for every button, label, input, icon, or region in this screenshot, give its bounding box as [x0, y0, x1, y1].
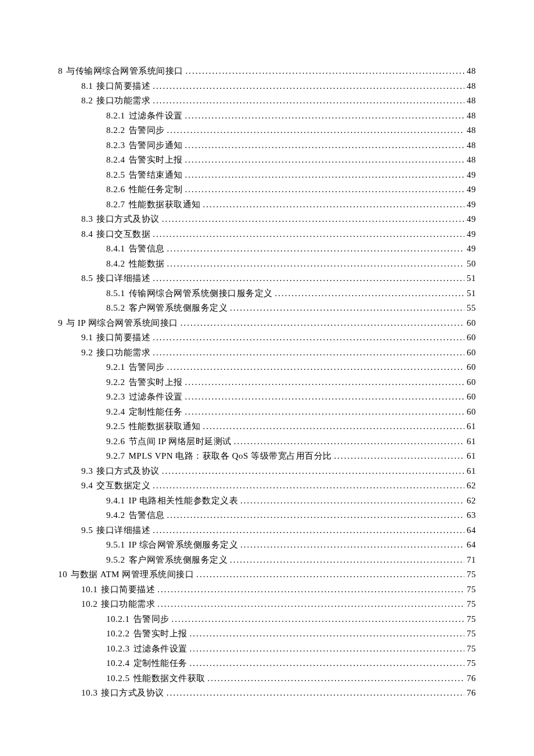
toc-entry-number: 9.5.1 [106, 538, 129, 553]
toc-entry-page: 75 [464, 582, 476, 597]
toc-entry-page: 48 [464, 153, 476, 168]
toc-leader-dots [162, 212, 464, 227]
toc-entry[interactable]: 9.1接口简要描述 60 [58, 330, 476, 345]
toc-entry-number: 9.5 [81, 523, 96, 538]
page: 8与传输网综合网管系统间接口488.1接口简要描述 488.2接口功能需求 48… [0, 0, 534, 756]
toc-entry[interactable]: 10与数据 ATM 网管理系统间接口75 [58, 567, 476, 582]
toc-entry[interactable]: 9.2.4定制性能任务60 [58, 405, 476, 420]
toc-entry[interactable]: 8.5接口详细描述 51 [58, 271, 476, 286]
toc-entry-page: 49 [464, 197, 476, 213]
toc-entry-number: 8.5.1 [106, 286, 129, 301]
toc-entry-number: 8.2.4 [106, 153, 129, 168]
toc-entry[interactable]: 10.2.1告警同步75 [58, 612, 476, 627]
toc-leader-dots [185, 138, 465, 153]
toc-entry-title: 与数据 ATM 网管理系统间接口 [71, 567, 196, 582]
toc-entry[interactable]: 9与 IP 网综合网管系统间接口60 [58, 316, 476, 331]
toc-entry[interactable]: 8.4.2性能数据50 [58, 257, 476, 272]
toc-entry[interactable]: 10.1接口简要描述 75 [58, 582, 476, 597]
toc-entry-title: 节点间 IP 网络层时延测试 [129, 434, 234, 449]
toc-entry-number: 9.3 [81, 464, 96, 479]
toc-leader-dots [190, 627, 465, 642]
toc-entry-page: 61 [464, 464, 476, 479]
toc-leader-dots [334, 449, 464, 464]
toc-leader-dots [185, 182, 465, 197]
toc-entry[interactable]: 9.3接口方式及协议 61 [58, 464, 476, 479]
toc-entry[interactable]: 8.2.4告警实时上报48 [58, 153, 476, 168]
toc-entry-title: 接口功能需求 [96, 93, 153, 109]
toc-entry[interactable]: 8.5.2客户网管系统侧服务定义55 [58, 301, 476, 316]
toc-entry[interactable]: 9.5.2客户网管系统侧服务定义71 [58, 553, 476, 568]
toc-entry-title: 性能数据 [129, 257, 167, 272]
toc-entry[interactable]: 10.2接口功能需求 75 [58, 597, 476, 612]
toc-entry-page: 62 [464, 478, 476, 494]
toc-entry-title: 性能数据获取通知 [129, 197, 203, 213]
toc-entry-title: 接口方式及协议 [101, 686, 167, 701]
toc-entry[interactable]: 10.2.5性能数据文件获取76 [58, 671, 476, 686]
toc-entry[interactable]: 9.4交互数据定义 62 [58, 478, 476, 494]
toc-entry-page: 60 [464, 360, 476, 375]
toc-entry[interactable]: 8.2.7性能数据获取通知49 [58, 197, 476, 213]
toc-entry[interactable]: 9.2.3过滤条件设置60 [58, 390, 476, 405]
toc-entry[interactable]: 8.2接口功能需求 48 [58, 93, 476, 109]
toc-entry[interactable]: 10.2.2告警实时上报75 [58, 627, 476, 642]
toc-leader-dots [234, 434, 464, 449]
toc-entry-number: 9.4.1 [106, 494, 129, 509]
toc-entry-number: 8.2.7 [106, 197, 129, 213]
toc-entry-title: 性能数据获取通知 [129, 419, 203, 434]
toc-entry-page: 75 [464, 656, 476, 671]
toc-entry[interactable]: 8与传输网综合网管系统间接口48 [58, 64, 476, 79]
toc-entry[interactable]: 9.2接口功能需求 60 [58, 345, 476, 361]
toc-leader-dots [185, 375, 465, 390]
toc-entry-number: 8 [58, 64, 66, 79]
toc-leader-dots [153, 478, 464, 494]
toc-entry[interactable]: 8.2.5告警结束通知49 [58, 168, 476, 183]
toc-entry[interactable]: 9.2.7MPLS VPN 电路：获取各 QoS 等级带宽占用百分比61 [58, 449, 476, 464]
toc-leader-dots [162, 464, 464, 479]
toc-entry[interactable]: 9.2.6节点间 IP 网络层时延测试61 [58, 434, 476, 449]
toc-entry-page: 60 [464, 316, 476, 331]
toc-entry[interactable]: 10.3接口方式及协议 76 [58, 686, 476, 701]
toc-entry-page: 60 [464, 345, 476, 361]
toc-entry-page: 61 [464, 434, 476, 449]
toc-entry[interactable]: 8.5.1传输网综合网管系统侧接口服务定义51 [58, 286, 476, 301]
toc-entry[interactable]: 9.2.2告警实时上报60 [58, 375, 476, 390]
toc-entry[interactable]: 9.5.1IP 综合网管系统侧服务定义64 [58, 538, 476, 553]
toc-entry-title: 接口功能需求 [96, 345, 153, 361]
toc-entry[interactable]: 9.4.2告警信息63 [58, 508, 476, 523]
toc-entry-page: 76 [464, 686, 476, 701]
toc-entry[interactable]: 8.2.3告警同步通知48 [58, 138, 476, 153]
toc-leader-dots [185, 390, 465, 405]
toc-entry[interactable]: 8.3接口方式及协议 49 [58, 212, 476, 227]
toc-entry-page: 75 [464, 567, 476, 582]
toc-entry-number: 9.2.5 [106, 419, 129, 434]
toc-entry-title: 接口交互数据 [96, 227, 153, 242]
toc-leader-dots [153, 345, 464, 361]
toc-entry-title: 接口方式及协议 [96, 212, 162, 227]
toc-entry[interactable]: 8.4.1告警信息49 [58, 242, 476, 257]
toc-entry[interactable]: 9.2.1告警同步60 [58, 360, 476, 375]
toc-entry-title: 接口功能需求 [101, 597, 157, 612]
toc-entry[interactable]: 8.1接口简要描述 48 [58, 79, 476, 94]
toc-entry[interactable]: 9.2.5性能数据获取通知61 [58, 419, 476, 434]
toc-entry[interactable]: 9.4.1IP 电路相关性能参数定义表62 [58, 494, 476, 509]
toc-entry-number: 10.2.1 [106, 612, 134, 627]
toc-entry-page: 76 [464, 671, 476, 686]
toc-entry[interactable]: 10.2.4定制性能任务75 [58, 656, 476, 671]
toc-leader-dots [153, 330, 464, 345]
toc-leader-dots [153, 79, 464, 94]
toc-entry-title: 告警结束通知 [129, 168, 185, 183]
toc-entry[interactable]: 10.2.3过滤条件设置75 [58, 642, 476, 657]
toc-entry[interactable]: 8.2.6性能任务定制49 [58, 182, 476, 197]
toc-entry-page: 50 [464, 257, 476, 272]
toc-leader-dots [167, 242, 465, 257]
toc-entry-title: 交互数据定义 [96, 478, 153, 494]
toc-entry[interactable]: 8.2.2告警同步48 [58, 123, 476, 138]
toc-entry[interactable]: 8.4接口交互数据 49 [58, 227, 476, 242]
toc-entry-number: 9.2 [81, 345, 96, 361]
toc-entry[interactable]: 9.5接口详细描述 64 [58, 523, 476, 538]
toc-entry-page: 49 [464, 182, 476, 197]
toc-leader-dots [167, 123, 465, 138]
toc-entry[interactable]: 8.2.1过滤条件设置48 [58, 109, 476, 124]
toc-leader-dots [157, 582, 464, 597]
toc-entry-page: 48 [464, 109, 476, 124]
